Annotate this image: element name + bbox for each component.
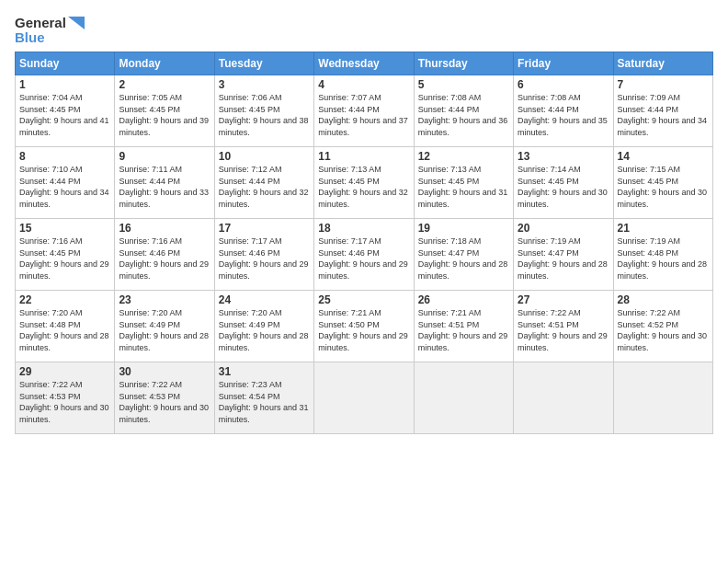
- day-cell: 30Sunrise: 7:22 AMSunset: 4:53 PMDayligh…: [115, 362, 214, 434]
- day-cell: 21Sunrise: 7:19 AMSunset: 4:48 PMDayligh…: [613, 219, 712, 291]
- svg-marker-0: [68, 17, 85, 29]
- day-number: 25: [318, 293, 409, 306]
- day-number: 8: [19, 150, 110, 163]
- day-info: Sunrise: 7:20 AMSunset: 4:48 PMDaylight:…: [19, 307, 110, 353]
- day-info: Sunrise: 7:22 AMSunset: 4:53 PMDaylight:…: [19, 379, 110, 425]
- day-cell: 14Sunrise: 7:15 AMSunset: 4:45 PMDayligh…: [613, 147, 712, 219]
- day-cell: 1Sunrise: 7:04 AMSunset: 4:45 PMDaylight…: [16, 75, 115, 147]
- day-info: Sunrise: 7:17 AMSunset: 4:46 PMDaylight:…: [219, 236, 310, 282]
- day-cell: 19Sunrise: 7:18 AMSunset: 4:47 PMDayligh…: [414, 219, 513, 291]
- day-number: 20: [518, 222, 609, 235]
- day-number: 7: [618, 78, 709, 91]
- day-cell: 22Sunrise: 7:20 AMSunset: 4:48 PMDayligh…: [16, 291, 115, 362]
- header-cell-friday: Friday: [514, 52, 613, 75]
- day-cell: 18Sunrise: 7:17 AMSunset: 4:46 PMDayligh…: [314, 219, 414, 291]
- day-number: 17: [219, 222, 310, 235]
- day-cell: 15Sunrise: 7:16 AMSunset: 4:45 PMDayligh…: [16, 219, 115, 291]
- day-info: Sunrise: 7:12 AMSunset: 4:44 PMDaylight:…: [219, 164, 310, 210]
- day-cell: 12Sunrise: 7:13 AMSunset: 4:45 PMDayligh…: [414, 147, 513, 219]
- day-cell: 2Sunrise: 7:05 AMSunset: 4:45 PMDaylight…: [115, 75, 214, 147]
- day-info: Sunrise: 7:22 AMSunset: 4:51 PMDaylight:…: [518, 307, 609, 353]
- day-info: Sunrise: 7:19 AMSunset: 4:47 PMDaylight:…: [518, 236, 609, 282]
- day-number: 4: [318, 78, 409, 91]
- day-cell: 29Sunrise: 7:22 AMSunset: 4:53 PMDayligh…: [16, 362, 115, 434]
- day-number: 10: [219, 150, 310, 163]
- logo: General Blue: [15, 15, 85, 44]
- day-info: Sunrise: 7:13 AMSunset: 4:45 PMDaylight:…: [418, 164, 509, 210]
- day-cell: 10Sunrise: 7:12 AMSunset: 4:44 PMDayligh…: [214, 147, 313, 219]
- day-number: 9: [119, 150, 210, 163]
- day-number: 1: [19, 78, 110, 91]
- day-info: Sunrise: 7:19 AMSunset: 4:48 PMDaylight:…: [618, 236, 709, 282]
- day-cell: [314, 362, 414, 434]
- day-cell: 9Sunrise: 7:11 AMSunset: 4:44 PMDaylight…: [115, 147, 214, 219]
- day-cell: 6Sunrise: 7:08 AMSunset: 4:44 PMDaylight…: [514, 75, 613, 147]
- week-row-5: 29Sunrise: 7:22 AMSunset: 4:53 PMDayligh…: [16, 362, 713, 434]
- day-number: 3: [219, 78, 310, 91]
- day-info: Sunrise: 7:10 AMSunset: 4:44 PMDaylight:…: [19, 164, 110, 210]
- day-info: Sunrise: 7:20 AMSunset: 4:49 PMDaylight:…: [119, 307, 210, 353]
- day-cell: 3Sunrise: 7:06 AMSunset: 4:45 PMDaylight…: [214, 75, 313, 147]
- day-cell: 27Sunrise: 7:22 AMSunset: 4:51 PMDayligh…: [514, 291, 613, 362]
- day-number: 18: [318, 222, 409, 235]
- day-cell: 7Sunrise: 7:09 AMSunset: 4:44 PMDaylight…: [613, 75, 712, 147]
- day-number: 11: [318, 150, 409, 163]
- logo-general: General: [15, 15, 66, 30]
- day-cell: 26Sunrise: 7:21 AMSunset: 4:51 PMDayligh…: [414, 291, 513, 362]
- day-info: Sunrise: 7:11 AMSunset: 4:44 PMDaylight:…: [119, 164, 210, 210]
- day-cell: 20Sunrise: 7:19 AMSunset: 4:47 PMDayligh…: [514, 219, 613, 291]
- day-cell: 23Sunrise: 7:20 AMSunset: 4:49 PMDayligh…: [115, 291, 214, 362]
- day-cell: 11Sunrise: 7:13 AMSunset: 4:45 PMDayligh…: [314, 147, 414, 219]
- calendar-table: SundayMondayTuesdayWednesdayThursdayFrid…: [15, 52, 713, 434]
- day-cell: 28Sunrise: 7:22 AMSunset: 4:52 PMDayligh…: [613, 291, 712, 362]
- day-number: 27: [518, 293, 609, 306]
- day-info: Sunrise: 7:21 AMSunset: 4:50 PMDaylight:…: [318, 307, 409, 353]
- day-info: Sunrise: 7:07 AMSunset: 4:44 PMDaylight:…: [318, 92, 409, 138]
- day-info: Sunrise: 7:16 AMSunset: 4:45 PMDaylight:…: [19, 236, 110, 282]
- day-number: 19: [418, 222, 509, 235]
- day-cell: 17Sunrise: 7:17 AMSunset: 4:46 PMDayligh…: [214, 219, 313, 291]
- day-info: Sunrise: 7:08 AMSunset: 4:44 PMDaylight:…: [418, 92, 509, 138]
- day-number: 23: [119, 293, 210, 306]
- day-number: 14: [618, 150, 709, 163]
- calendar-container: General Blue SundayMondayTuesdayWednesda…: [0, 0, 728, 442]
- day-cell: 5Sunrise: 7:08 AMSunset: 4:44 PMDaylight…: [414, 75, 513, 147]
- day-info: Sunrise: 7:23 AMSunset: 4:54 PMDaylight:…: [219, 379, 310, 425]
- day-info: Sunrise: 7:06 AMSunset: 4:45 PMDaylight:…: [219, 92, 310, 138]
- week-row-4: 22Sunrise: 7:20 AMSunset: 4:48 PMDayligh…: [16, 291, 713, 362]
- header-row: SundayMondayTuesdayWednesdayThursdayFrid…: [16, 52, 713, 75]
- week-row-3: 15Sunrise: 7:16 AMSunset: 4:45 PMDayligh…: [16, 219, 713, 291]
- day-number: 6: [518, 78, 609, 91]
- day-info: Sunrise: 7:14 AMSunset: 4:45 PMDaylight:…: [518, 164, 609, 210]
- day-info: Sunrise: 7:22 AMSunset: 4:52 PMDaylight:…: [618, 307, 709, 353]
- day-cell: 16Sunrise: 7:16 AMSunset: 4:46 PMDayligh…: [115, 219, 214, 291]
- day-info: Sunrise: 7:20 AMSunset: 4:49 PMDaylight:…: [219, 307, 310, 353]
- day-info: Sunrise: 7:22 AMSunset: 4:53 PMDaylight:…: [119, 379, 210, 425]
- header: General Blue: [15, 15, 713, 44]
- day-info: Sunrise: 7:04 AMSunset: 4:45 PMDaylight:…: [19, 92, 110, 138]
- day-cell: [613, 362, 712, 434]
- day-cell: [514, 362, 613, 434]
- day-cell: 25Sunrise: 7:21 AMSunset: 4:50 PMDayligh…: [314, 291, 414, 362]
- day-number: 15: [19, 222, 110, 235]
- day-info: Sunrise: 7:16 AMSunset: 4:46 PMDaylight:…: [119, 236, 210, 282]
- day-cell: [414, 362, 513, 434]
- week-row-1: 1Sunrise: 7:04 AMSunset: 4:45 PMDaylight…: [16, 75, 713, 147]
- day-info: Sunrise: 7:13 AMSunset: 4:45 PMDaylight:…: [318, 164, 409, 210]
- logo-arrow-icon: [68, 17, 85, 29]
- day-number: 28: [618, 293, 709, 306]
- day-cell: 4Sunrise: 7:07 AMSunset: 4:44 PMDaylight…: [314, 75, 414, 147]
- day-info: Sunrise: 7:09 AMSunset: 4:44 PMDaylight:…: [618, 92, 709, 138]
- day-number: 26: [418, 293, 509, 306]
- header-cell-saturday: Saturday: [613, 52, 712, 75]
- header-cell-wednesday: Wednesday: [314, 52, 414, 75]
- day-number: 16: [119, 222, 210, 235]
- day-number: 2: [119, 78, 210, 91]
- day-number: 29: [19, 365, 110, 378]
- day-number: 21: [618, 222, 709, 235]
- day-info: Sunrise: 7:05 AMSunset: 4:45 PMDaylight:…: [119, 92, 210, 138]
- day-number: 22: [19, 293, 110, 306]
- day-cell: 13Sunrise: 7:14 AMSunset: 4:45 PMDayligh…: [514, 147, 613, 219]
- day-info: Sunrise: 7:08 AMSunset: 4:44 PMDaylight:…: [518, 92, 609, 138]
- day-cell: 24Sunrise: 7:20 AMSunset: 4:49 PMDayligh…: [214, 291, 313, 362]
